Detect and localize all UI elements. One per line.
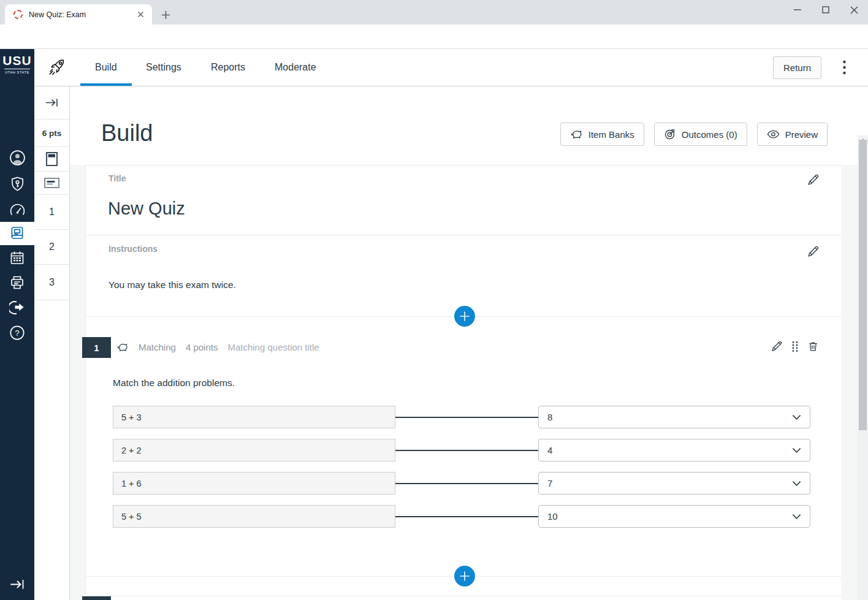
- quiz-instructions-section-item[interactable]: [34, 172, 69, 195]
- browser-tabstrip: New Quiz: Exam: [0, 0, 868, 25]
- user-icon: [9, 150, 26, 166]
- drag-handle-icon[interactable]: [791, 341, 799, 352]
- nav-admin[interactable]: [0, 172, 34, 196]
- match-left-box[interactable]: 2 + 2: [113, 439, 395, 461]
- build-main-panel: Build Item Banks Outcomes (0) Preview: [70, 86, 858, 600]
- matching-pair-row: 5 + 5 10: [113, 505, 810, 528]
- tab-settings[interactable]: Settings: [146, 62, 181, 73]
- quiz-navigation-sidebar: 6 pts 1 2 3: [34, 86, 70, 600]
- calendar-icon: [9, 250, 25, 266]
- nav-inbox[interactable]: [0, 271, 34, 294]
- tab-close-icon[interactable]: [135, 9, 146, 20]
- nav-account[interactable]: [0, 146, 34, 169]
- scrollbar-thumb[interactable]: [859, 140, 867, 430]
- quiz-toolbar: Item Banks Outcomes (0) Preview: [560, 123, 828, 146]
- quiz-instructions-value: You may take this exam twice.: [108, 279, 236, 291]
- next-question-number-badge: [82, 596, 111, 600]
- tab-reports[interactable]: Reports: [211, 62, 245, 73]
- window-close-button[interactable]: [840, 0, 868, 20]
- new-tab-button[interactable]: [157, 6, 174, 23]
- tab-moderate[interactable]: Moderate: [275, 62, 316, 73]
- browser-tab[interactable]: New Quiz: Exam: [5, 4, 152, 25]
- nav-commons[interactable]: [0, 296, 34, 319]
- quiz-top-nav: Build Settings Reports Moderate Return: [34, 49, 868, 86]
- question-prompt: Match the addition problems.: [113, 378, 235, 389]
- item-banks-button[interactable]: Item Banks: [560, 123, 644, 146]
- banner-icon: [44, 178, 59, 188]
- match-left-box[interactable]: 5 + 3: [113, 406, 395, 428]
- title-label: Title: [108, 173, 126, 183]
- match-answer-dropdown[interactable]: 10: [538, 505, 810, 528]
- match-connector-line: [395, 417, 538, 418]
- canvas-favicon-icon: [13, 10, 23, 19]
- preview-button[interactable]: Preview: [757, 123, 828, 146]
- global-navigation: USU UTAH STATE: [0, 49, 34, 600]
- return-button[interactable]: Return: [773, 56, 821, 79]
- active-tab-underline: [80, 83, 132, 86]
- chevron-down-icon: [792, 480, 801, 487]
- new-quizzes-rocket-icon: [48, 58, 66, 77]
- chevron-down-icon: [792, 414, 801, 420]
- nav-courses[interactable]: [0, 222, 34, 245]
- book-icon: [9, 226, 25, 241]
- shield-key-icon: [10, 176, 25, 192]
- match-answer-dropdown[interactable]: 7: [538, 472, 810, 495]
- edit-instructions-pencil-icon[interactable]: [807, 245, 820, 258]
- question-nav-item-2[interactable]: 2: [34, 230, 69, 265]
- outcomes-button[interactable]: Outcomes (0): [654, 123, 747, 146]
- match-answer-dropdown[interactable]: 8: [538, 406, 810, 428]
- match-connector-line: [395, 516, 538, 517]
- quiz-card: Title New Quiz Instructions You may take…: [85, 165, 842, 600]
- canvas-app: USU UTAH STATE: [0, 49, 868, 600]
- outcomes-target-icon: [664, 128, 676, 140]
- match-left-box[interactable]: 5 + 5: [113, 505, 395, 528]
- matching-pair-row: 2 + 2 4: [113, 439, 810, 461]
- quiz-title-value: New Quiz: [108, 199, 185, 219]
- total-points: 6 pts: [34, 120, 69, 147]
- matching-pair-row: 1 + 6 7: [113, 472, 810, 495]
- svg-text:?: ?: [15, 328, 20, 338]
- gauge-icon: [9, 202, 26, 217]
- piggy-bank-icon: [570, 129, 583, 140]
- question-nav-item-3[interactable]: 3: [34, 265, 69, 300]
- nav-calendar[interactable]: [0, 246, 34, 270]
- match-left-box[interactable]: 1 + 6: [113, 472, 395, 495]
- chevron-down-icon: [792, 514, 801, 520]
- nav-help[interactable]: ?: [0, 321, 34, 344]
- delete-question-trash-icon[interactable]: [807, 340, 819, 352]
- matching-pair-row: 5 + 3 8: [113, 406, 810, 428]
- edit-title-pencil-icon[interactable]: [807, 173, 820, 186]
- page-scrollbar[interactable]: [858, 135, 868, 600]
- usu-logo: USU UTAH STATE: [2, 53, 32, 74]
- document-icon: [46, 152, 58, 166]
- quiz-title-section-item[interactable]: [34, 147, 69, 172]
- question-nav-item-1[interactable]: 1: [34, 195, 69, 230]
- question-number-badge: 1: [82, 337, 111, 358]
- question-points: 4 points: [186, 342, 218, 352]
- browser-toolbar: usu.instructure.com/courses/562682/assig…: [0, 25, 868, 49]
- tab-build[interactable]: Build: [95, 62, 117, 73]
- add-question-button[interactable]: [454, 566, 475, 587]
- question-actions: [771, 340, 819, 352]
- match-answer-dropdown[interactable]: 4: [538, 439, 810, 461]
- chevron-down-icon: [792, 447, 801, 454]
- tab-title: New Quiz: Exam: [29, 10, 135, 19]
- eye-icon: [767, 129, 780, 139]
- add-content-button[interactable]: [454, 306, 475, 327]
- question-header: Matching 4 points Matching question titl…: [116, 342, 319, 352]
- window-minimize-button[interactable]: [783, 0, 812, 20]
- instructions-label: Instructions: [108, 244, 158, 254]
- share-arrow-icon: [9, 300, 25, 315]
- match-connector-line: [395, 450, 538, 451]
- window-maximize-button[interactable]: [812, 0, 840, 20]
- page-title: Build: [101, 120, 153, 146]
- more-options-kebab-icon[interactable]: [843, 60, 846, 77]
- question-title-placeholder: Matching question title: [227, 342, 319, 352]
- collapse-global-nav-icon[interactable]: [0, 573, 34, 595]
- piggy-bank-icon: [116, 343, 129, 352]
- nav-dashboard[interactable]: [0, 198, 34, 221]
- edit-question-pencil-icon[interactable]: [771, 340, 783, 352]
- browser-window: New Quiz: Exam usu.instructure.c: [0, 0, 868, 600]
- question-type: Matching: [139, 342, 176, 352]
- expand-sidebar-icon[interactable]: [34, 86, 69, 120]
